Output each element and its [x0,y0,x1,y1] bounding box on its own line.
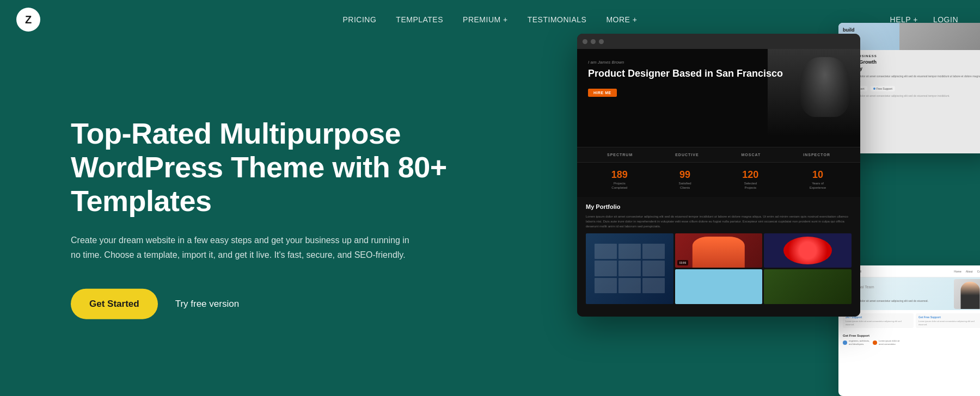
rb-contact-team: Lorem ipsum dolor sitamet consectetur. [873,339,899,345]
nav-item-help[interactable]: HELP + [890,15,918,24]
browser-dot-green [599,39,604,44]
browser-dot-red [583,39,587,44]
hero-screenshots: I am James Brown Product Designer Based … [544,23,980,396]
stat-label-clients: SatisfiedClients [679,182,691,190]
portfolio-text: I am James Brown Product Designer Based … [588,60,849,97]
cal-item [642,278,665,293]
stats-row: 189 ProjectsCompleted 99 SatisfiedClient… [577,163,860,197]
cal-item [595,278,617,293]
cal-item [618,278,641,293]
portfolio-section: My Portfolio Lorem ipsum dolor sit amet … [577,197,860,311]
stat-number-selected: 120 [742,169,758,181]
main-browser-preview: I am James Brown Product Designer Based … [577,34,860,317]
logo-letter: Z [25,14,32,26]
cal-item [595,261,617,276]
feature-badge-free: Free Support [871,86,895,91]
portfolio-section-desc: Lorem ipsum dolor sit amet consectetur a… [586,214,852,229]
rb-nav-contact: Contact [977,270,980,273]
stat-label-experience: Years ofExperience [810,182,826,190]
rb-contact-engineers: engineers, architects,and developers. [843,339,869,345]
logo-moscat: MOSCAT [742,153,761,157]
rb-contact-icon-1 [843,341,847,345]
cal-item [595,244,617,259]
hero-section: Top-Rated Multipurpose WordPress Theme w… [0,39,980,396]
brand-logos-row: SPECTRUM eDUCTive MOSCAT inspector [577,147,860,163]
portfolio-cell-dark [764,269,852,304]
nav-item-pricing[interactable]: PRICING [343,15,377,24]
right-top-features: 24/7 Support Free Support [843,86,980,91]
portfolio-hero: I am James Brown Product Designer Based … [577,49,860,147]
rb-contact-text-1: engineers, architects,and developers. [849,339,869,345]
nav-item-more[interactable]: MORE + [606,15,637,24]
logo-spectrum: SPECTRUM [607,153,633,157]
cal-item [642,244,665,259]
cal-item [618,261,641,276]
stat-selected: 120 SelectedProjects [742,169,758,190]
portfolio-cell-blue [675,269,763,304]
header: Z PRICING TEMPLATES PREMIUM + TESTIMONIA… [0,0,980,39]
rb-hero-image [954,279,980,309]
right-top-desc: Lorem ipsum dolor sit amet consectetur a… [843,75,980,83]
rb-contact-text-2: Lorem ipsum dolor sitamet consectetur. [879,339,899,345]
stat-experience: 10 Years ofExperience [810,169,826,190]
cal-item [618,244,641,259]
portfolio-main-title: Product Designer Based in San Francisco [588,68,849,80]
right-top-heading: Online GrowthStrategy [843,59,980,72]
hero-content: Top-Rated Multipurpose WordPress Theme w… [71,116,452,319]
header-right-nav: HELP + LOGIN [890,15,958,24]
stat-label-selected: SelectedProjects [742,182,758,190]
feature-label-2: Free Support [877,87,892,90]
right-top-extra-desc: Lorem ipsum dolor sit amet consectetur a… [843,94,980,98]
stat-label-projects: ProjectsCompleted [611,182,628,190]
hero-title: Top-Rated Multipurpose WordPress Theme w… [71,116,452,218]
rb-nav-about: About [966,270,973,273]
stat-clients: 99 SatisfiedClients [679,169,691,190]
rb-feature-1-desc: Lorem ipsum dolor sit amet consectetur a… [846,320,911,326]
portfolio-grid: 03:86 [586,233,852,304]
nav-item-login[interactable]: LOGIN [933,15,958,24]
portfolio-cell-calendar [586,233,673,304]
logo-eductive: eDUCTive [675,153,699,157]
rb-contact-title: Get Free Support [843,334,980,337]
logo[interactable]: Z [16,8,40,32]
nav-item-templates[interactable]: TEMPLATES [396,15,443,24]
rb-contact-items: engineers, architects,and developers. Lo… [843,339,980,345]
nav-item-testimonials[interactable]: TESTIMONIALS [528,15,587,24]
browser-content: I am James Brown Product Designer Based … [577,49,860,317]
calendar-grid [595,244,665,293]
feature-dot-2 [873,88,875,90]
rb-contact-icon-2 [873,341,877,345]
get-started-button[interactable]: Get Started [71,288,158,319]
right-bottom-contact: Get Free Support engineers, architects,a… [838,331,980,348]
rb-nav-home: Home [954,270,961,273]
rb-feature-2: Get Free Support Lorem ipsum dolor sit a… [916,313,980,328]
browser-dot-yellow [591,39,596,44]
hero-description: Create your dream website in a few easy … [71,233,419,262]
main-nav: PRICING TEMPLATES PREMIUM + TESTIMONIALS… [343,15,638,24]
logo-inspector: inspector [803,153,830,157]
nav-item-premium[interactable]: PREMIUM + [463,15,508,24]
stat-number-experience: 10 [810,169,826,181]
portfolio-cta-button[interactable]: HIRE ME [588,89,617,97]
stat-projects: 189 ProjectsCompleted [611,169,628,190]
stat-number-clients: 99 [679,169,691,181]
rb-free-support-2: Get Free Support [918,315,980,319]
cal-item [642,261,665,276]
portfolio-subtitle: I am James Brown [588,60,849,65]
rb-feature-2-desc: Lorem ipsum dolor sit amet consectetur a… [918,320,980,326]
portfolio-cell-person: 03:86 [675,233,763,268]
rb-person [961,282,980,309]
right-top-label: YOUR BUSINESS [843,54,980,58]
hero-buttons: Get Started Try free version [71,288,452,319]
portfolio-section-title: My Portfolio [586,203,852,210]
portfolio-cell-abstract [764,233,852,268]
time-badge: 03:86 [677,260,689,265]
try-free-button[interactable]: Try free version [175,298,239,309]
stat-number-projects: 189 [611,169,628,181]
